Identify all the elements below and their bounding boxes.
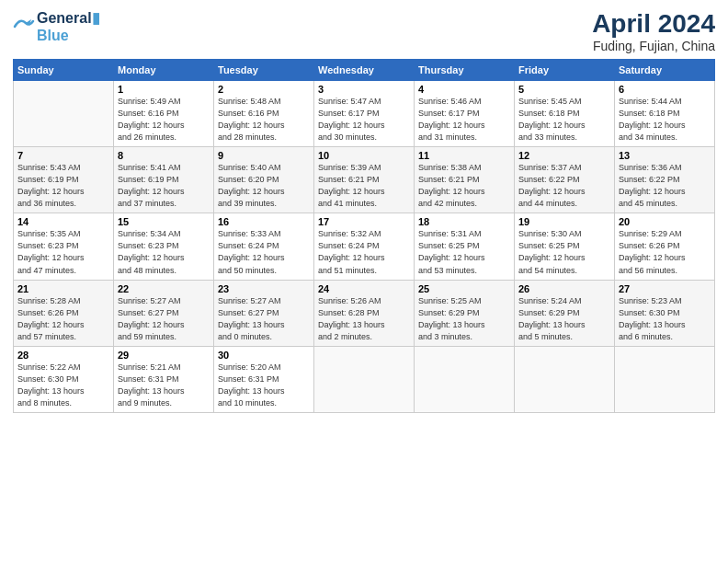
calendar-week-row: 28Sunrise: 5:22 AMSunset: 6:30 PMDayligh… <box>14 346 715 412</box>
calendar-cell: 4Sunrise: 5:46 AMSunset: 6:17 PMDaylight… <box>415 81 515 147</box>
cell-info: Sunrise: 5:41 AMSunset: 6:19 PMDaylight:… <box>118 162 210 210</box>
calendar-cell: 8Sunrise: 5:41 AMSunset: 6:19 PMDaylight… <box>114 147 214 213</box>
col-saturday: Saturday <box>615 60 715 81</box>
calendar-cell: 1Sunrise: 5:49 AMSunset: 6:16 PMDaylight… <box>114 81 214 147</box>
calendar-week-row: 7Sunrise: 5:43 AMSunset: 6:19 PMDaylight… <box>14 147 715 213</box>
day-number: 21 <box>17 283 109 294</box>
calendar-cell: 9Sunrise: 5:40 AMSunset: 6:20 PMDaylight… <box>214 147 314 213</box>
cell-info: Sunrise: 5:34 AMSunset: 6:23 PMDaylight:… <box>118 228 210 276</box>
cell-info: Sunrise: 5:38 AMSunset: 6:21 PMDaylight:… <box>418 162 510 210</box>
calendar-cell: 20Sunrise: 5:29 AMSunset: 6:26 PMDayligh… <box>615 213 715 280</box>
calendar-cell <box>415 346 515 412</box>
cell-info: Sunrise: 5:27 AMSunset: 6:27 PMDaylight:… <box>218 295 310 343</box>
calendar-cell <box>14 81 114 147</box>
calendar-cell: 29Sunrise: 5:21 AMSunset: 6:31 PMDayligh… <box>114 346 214 412</box>
day-number: 20 <box>619 216 711 227</box>
header: General▮ Blue April 2024 Fuding, Fujian,… <box>13 9 715 53</box>
cell-info: Sunrise: 5:26 AMSunset: 6:28 PMDaylight:… <box>318 295 410 343</box>
day-number: 19 <box>518 216 610 227</box>
calendar-cell: 24Sunrise: 5:26 AMSunset: 6:28 PMDayligh… <box>314 280 415 346</box>
cell-info: Sunrise: 5:45 AMSunset: 6:18 PMDaylight:… <box>518 96 610 144</box>
cell-info: Sunrise: 5:24 AMSunset: 6:29 PMDaylight:… <box>518 295 610 343</box>
col-tuesday: Tuesday <box>214 60 314 81</box>
cell-info: Sunrise: 5:30 AMSunset: 6:25 PMDaylight:… <box>518 228 610 276</box>
day-number: 23 <box>218 283 310 294</box>
calendar-subtitle: Fuding, Fujian, China <box>592 39 715 53</box>
cell-info: Sunrise: 5:36 AMSunset: 6:22 PMDaylight:… <box>619 162 711 210</box>
calendar-cell: 6Sunrise: 5:44 AMSunset: 6:18 PMDaylight… <box>615 81 715 147</box>
calendar-cell: 23Sunrise: 5:27 AMSunset: 6:27 PMDayligh… <box>214 280 314 346</box>
day-number: 14 <box>17 216 109 227</box>
day-number: 11 <box>418 150 510 161</box>
title-block: April 2024 Fuding, Fujian, China <box>592 9 715 53</box>
day-number: 6 <box>619 84 711 95</box>
calendar-cell: 27Sunrise: 5:23 AMSunset: 6:30 PMDayligh… <box>615 280 715 346</box>
calendar-cell <box>615 346 715 412</box>
day-number: 3 <box>318 84 410 95</box>
cell-info: Sunrise: 5:37 AMSunset: 6:22 PMDaylight:… <box>518 162 610 210</box>
cell-info: Sunrise: 5:35 AMSunset: 6:23 PMDaylight:… <box>17 228 109 276</box>
cell-info: Sunrise: 5:29 AMSunset: 6:26 PMDaylight:… <box>619 228 711 276</box>
calendar-cell: 30Sunrise: 5:20 AMSunset: 6:31 PMDayligh… <box>214 346 314 412</box>
logo-icon <box>13 16 35 38</box>
day-number: 27 <box>619 283 711 294</box>
day-number: 2 <box>218 84 310 95</box>
day-number: 4 <box>418 84 510 95</box>
cell-info: Sunrise: 5:27 AMSunset: 6:27 PMDaylight:… <box>118 295 210 343</box>
day-number: 1 <box>118 84 210 95</box>
cell-info: Sunrise: 5:46 AMSunset: 6:17 PMDaylight:… <box>418 96 510 144</box>
cell-info: Sunrise: 5:40 AMSunset: 6:20 PMDaylight:… <box>218 162 310 210</box>
calendar-cell: 22Sunrise: 5:27 AMSunset: 6:27 PMDayligh… <box>114 280 214 346</box>
day-number: 26 <box>518 283 610 294</box>
calendar-cell: 25Sunrise: 5:25 AMSunset: 6:29 PMDayligh… <box>415 280 515 346</box>
logo: General▮ Blue <box>13 9 100 44</box>
calendar-cell: 7Sunrise: 5:43 AMSunset: 6:19 PMDaylight… <box>14 147 114 213</box>
day-number: 25 <box>418 283 510 294</box>
cell-info: Sunrise: 5:47 AMSunset: 6:17 PMDaylight:… <box>318 96 410 144</box>
calendar-cell: 3Sunrise: 5:47 AMSunset: 6:17 PMDaylight… <box>314 81 415 147</box>
cell-info: Sunrise: 5:23 AMSunset: 6:30 PMDaylight:… <box>619 295 711 343</box>
day-number: 5 <box>518 84 610 95</box>
day-number: 18 <box>418 216 510 227</box>
col-sunday: Sunday <box>14 60 114 81</box>
calendar-cell: 12Sunrise: 5:37 AMSunset: 6:22 PMDayligh… <box>515 147 615 213</box>
calendar-cell: 13Sunrise: 5:36 AMSunset: 6:22 PMDayligh… <box>615 147 715 213</box>
calendar-cell: 14Sunrise: 5:35 AMSunset: 6:23 PMDayligh… <box>14 213 114 280</box>
calendar-cell <box>314 346 415 412</box>
day-number: 7 <box>17 150 109 161</box>
cell-info: Sunrise: 5:28 AMSunset: 6:26 PMDaylight:… <box>17 295 109 343</box>
cell-info: Sunrise: 5:21 AMSunset: 6:31 PMDaylight:… <box>118 362 210 409</box>
cell-info: Sunrise: 5:49 AMSunset: 6:16 PMDaylight:… <box>118 96 210 144</box>
calendar-cell: 16Sunrise: 5:33 AMSunset: 6:24 PMDayligh… <box>214 213 314 280</box>
day-number: 8 <box>118 150 210 161</box>
cell-info: Sunrise: 5:20 AMSunset: 6:31 PMDaylight:… <box>218 362 310 409</box>
col-monday: Monday <box>114 60 214 81</box>
calendar-cell <box>515 346 615 412</box>
calendar-cell: 21Sunrise: 5:28 AMSunset: 6:26 PMDayligh… <box>14 280 114 346</box>
logo-text: General▮ Blue <box>37 9 100 44</box>
day-number: 16 <box>218 216 310 227</box>
cell-info: Sunrise: 5:33 AMSunset: 6:24 PMDaylight:… <box>218 228 310 276</box>
calendar-cell: 2Sunrise: 5:48 AMSunset: 6:16 PMDaylight… <box>214 81 314 147</box>
calendar-cell: 5Sunrise: 5:45 AMSunset: 6:18 PMDaylight… <box>515 81 615 147</box>
calendar-cell: 18Sunrise: 5:31 AMSunset: 6:25 PMDayligh… <box>415 213 515 280</box>
col-thursday: Thursday <box>415 60 515 81</box>
cell-info: Sunrise: 5:31 AMSunset: 6:25 PMDaylight:… <box>418 228 510 276</box>
calendar-cell: 10Sunrise: 5:39 AMSunset: 6:21 PMDayligh… <box>314 147 415 213</box>
calendar-title: April 2024 <box>592 9 715 39</box>
cell-info: Sunrise: 5:25 AMSunset: 6:29 PMDaylight:… <box>418 295 510 343</box>
calendar-table: Sunday Monday Tuesday Wednesday Thursday… <box>13 59 715 413</box>
cell-info: Sunrise: 5:48 AMSunset: 6:16 PMDaylight:… <box>218 96 310 144</box>
day-number: 29 <box>118 350 210 361</box>
calendar-cell: 11Sunrise: 5:38 AMSunset: 6:21 PMDayligh… <box>415 147 515 213</box>
day-number: 12 <box>518 150 610 161</box>
calendar-cell: 26Sunrise: 5:24 AMSunset: 6:29 PMDayligh… <box>515 280 615 346</box>
calendar-header-row: Sunday Monday Tuesday Wednesday Thursday… <box>14 60 715 81</box>
calendar-cell: 19Sunrise: 5:30 AMSunset: 6:25 PMDayligh… <box>515 213 615 280</box>
cell-info: Sunrise: 5:32 AMSunset: 6:24 PMDaylight:… <box>318 228 410 276</box>
calendar-cell: 17Sunrise: 5:32 AMSunset: 6:24 PMDayligh… <box>314 213 415 280</box>
main-container: General▮ Blue April 2024 Fuding, Fujian,… <box>0 0 728 422</box>
calendar-cell: 15Sunrise: 5:34 AMSunset: 6:23 PMDayligh… <box>114 213 214 280</box>
day-number: 10 <box>318 150 410 161</box>
col-friday: Friday <box>515 60 615 81</box>
